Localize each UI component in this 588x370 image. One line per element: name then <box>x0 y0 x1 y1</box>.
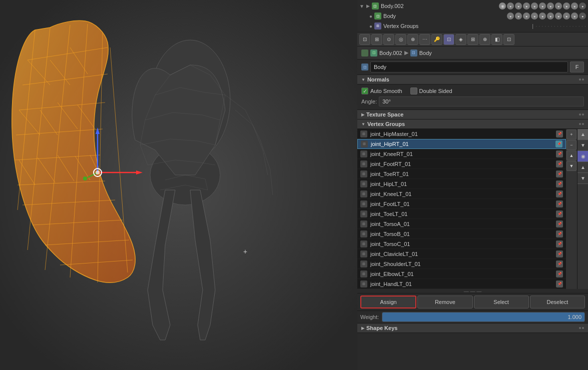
main-toolbar: ⊡ ⊞ ⊙ ◎ ⊕ ⋯ 🔑 ⊡ ◈ ⊞ ⊕ ◧ ⊡ <box>357 32 588 46</box>
angle-input[interactable]: 30° <box>379 96 584 106</box>
vg-pin-icon: 📌 <box>556 250 563 258</box>
f-button[interactable]: F <box>570 62 584 72</box>
vg-item[interactable]: ⊞ joint_FootRT_01 📌 <box>357 159 566 169</box>
vg-side-buttons: + − ▲ ▼ <box>566 129 577 289</box>
weight-slider-fill <box>382 312 584 322</box>
auto-smooth-checkbox[interactable]: ✓ <box>361 88 368 94</box>
vg-pin-icon: 📌 <box>556 160 563 168</box>
toolbar-btn-2[interactable]: ⊙ <box>383 34 394 45</box>
rs-btn-5[interactable]: ▼ <box>577 173 588 184</box>
weight-slider[interactable]: 1.000 <box>382 312 585 322</box>
svg-point-38 <box>96 170 100 174</box>
vg-item-name: joint_TorsoA_01 <box>370 221 554 227</box>
vg-remove-btn[interactable]: − <box>566 140 576 150</box>
remove-button[interactable]: Remove <box>417 296 472 308</box>
vg-item[interactable]: ⊞ joint_HipRT_01 📌 <box>357 139 566 149</box>
rs-btn-1[interactable]: ▲ <box>577 129 588 140</box>
crosshair-symbol: + <box>243 248 247 256</box>
toolbar-btn-8[interactable]: ◈ <box>455 34 466 45</box>
vg-item[interactable]: ⊞ joint_TorsoA_01 📌 <box>357 219 566 229</box>
vg-item-icon: ⊞ <box>360 200 367 208</box>
vg-item[interactable]: ⊞ joint_HipLT_01 📌 <box>357 179 566 189</box>
vg-item[interactable]: ⊞ joint_FootLT_01 📌 <box>357 199 566 209</box>
viewport[interactable]: + <box>0 0 357 370</box>
vg-item[interactable]: ⊞ joint_ShoulderLT_01 📌 <box>357 259 566 269</box>
select-button[interactable]: Select <box>474 296 529 308</box>
rs-btn-3[interactable]: ◉ <box>577 151 588 162</box>
deselect-button[interactable]: Deselect <box>530 296 585 308</box>
outliner-body-row[interactable]: ● ⊡ Body ● ● ● ● ● ● ● ● ● ● <box>357 11 588 21</box>
toolbar-btn-9[interactable]: ⊞ <box>467 34 478 45</box>
vg-item-icon: ⊞ <box>360 280 367 288</box>
weight-row: Weight: 1.000 <box>357 310 588 323</box>
right-panel: ▼ ▶ ⊡ Body.002 ◉ ● ● ● ● ● ● ● ● ● ● ● ⊡… <box>357 0 588 370</box>
vg-title: Vertex Groups <box>367 121 405 127</box>
normals-checkbox-row: ✓ Auto Smooth Double Sided <box>361 88 584 94</box>
vg-pin-icon: 📌 <box>556 230 563 238</box>
toolbar-btn-11[interactable]: ◧ <box>491 34 502 45</box>
vg-item[interactable]: ⊞ joint_TorsoB_01 📌 <box>357 229 566 239</box>
toolbar-btn-4[interactable]: ⊕ <box>407 34 418 45</box>
vg-item[interactable]: ⊞ joint_HandLT_01 📌 <box>357 279 566 289</box>
assign-button[interactable]: Assign <box>360 296 416 308</box>
breadcrumb: ⊡ Body.002 ▶ ⊡ Body <box>357 46 588 60</box>
toolbar-mode-btn[interactable]: ⊡ <box>359 34 370 45</box>
toolbar-btn-6[interactable]: 🔑 <box>431 34 442 45</box>
visibility-icon: ▼ <box>359 4 364 9</box>
outliner-body-name: Body <box>383 13 507 19</box>
outliner-sub-icons: ● ● ● ● ● ● ● ● ● ● <box>507 12 586 20</box>
vg-item[interactable]: ⊞ joint_ToeRT_01 📌 <box>357 169 566 179</box>
vg-item[interactable]: ⊞ joint_ElbowLT_01 📌 <box>357 269 566 279</box>
toolbar-btn-5[interactable]: ⋯ <box>419 34 430 45</box>
outliner-body002-row[interactable]: ▼ ▶ ⊡ Body.002 ◉ ● ● ● ● ● ● ● ● ● ● <box>357 1 588 11</box>
rs-btn-4[interactable]: ▲ <box>577 162 588 173</box>
vg-item-name: joint_ToeRT_01 <box>370 171 554 177</box>
vg-item[interactable]: ⊞ joint_ToeLT_01 📌 <box>357 209 566 219</box>
toolbar-btn-10[interactable]: ⊕ <box>479 34 490 45</box>
vg-pin-icon: 📌 <box>556 210 563 218</box>
shape-keys-header[interactable]: ▶ Shape Keys <box>357 324 588 333</box>
vg-add-btn[interactable]: + <box>566 130 576 140</box>
texture-space-title: Texture Space <box>366 112 403 118</box>
action-buttons: Assign Remove Select Deselect <box>357 293 588 310</box>
texture-space-header[interactable]: ▶ Texture Space <box>357 110 588 120</box>
vg-item-icon: ⊞ <box>360 210 367 218</box>
vg-pin-icon: 📌 <box>556 180 563 188</box>
double-sided-checkbox[interactable] <box>410 88 417 94</box>
vg-item[interactable]: ⊞ joint_ClavicleLT_01 📌 <box>357 249 566 259</box>
rs-btn-2[interactable]: ▼ <box>577 140 588 151</box>
vg-item[interactable]: ⊞ joint_HipMaster_01 📌 <box>357 129 566 139</box>
vg-item-icon: ⊞ <box>360 170 367 178</box>
vertex-groups-header[interactable]: ▼ Vertex Groups <box>357 120 588 129</box>
weight-value: 1.000 <box>567 314 581 320</box>
toolbar-btn-1[interactable]: ⊞ <box>371 34 382 45</box>
vg-pin-icon: 📌 <box>556 130 563 138</box>
outliner-object-name: Body.002 <box>381 3 499 9</box>
vg-item[interactable]: ⊞ joint_TorsoC_01 📌 <box>357 239 566 249</box>
vg-item-icon: ⊞ <box>360 270 367 278</box>
body002-icon: ⊡ <box>370 50 377 56</box>
object-name-input[interactable] <box>370 62 568 72</box>
vg-list[interactable]: ⊞ joint_HipMaster_01 📌 ⊞ joint_HipRT_01 … <box>357 129 566 289</box>
toolbar-btn-12[interactable]: ⊡ <box>503 34 514 45</box>
toolbar-btn-7[interactable]: ⊡ <box>443 34 454 45</box>
angle-label: Angle: <box>361 98 377 104</box>
vg-pin-icon: 📌 <box>556 240 563 248</box>
svg-point-36 <box>83 176 87 180</box>
object-name-row: ⊡ F <box>357 60 588 75</box>
mesh-icon: ⊡ <box>372 2 379 10</box>
vg-item-name: joint_ElbowLT_01 <box>370 271 554 277</box>
vg-item[interactable]: ⊞ joint_KneeRT_01 📌 <box>357 149 566 159</box>
vg-item-icon: ⊞ <box>360 260 367 268</box>
vg-up-btn[interactable]: ▲ <box>566 150 576 160</box>
vg-item-icon: ⊞ <box>360 220 367 228</box>
vg-down-btn[interactable]: ▼ <box>566 161 576 171</box>
vg-list-area: ⊞ joint_HipMaster_01 📌 ⊞ joint_HipRT_01 … <box>357 129 588 289</box>
vg-pin-icon: 📌 <box>556 150 563 158</box>
vg-item-icon: ⊞ <box>361 140 368 148</box>
vg-pin-icon: 📌 <box>556 220 563 228</box>
outliner-vg-row[interactable]: ● ⊞ Vertex Groups | · · · · · · · · · · … <box>357 21 588 31</box>
vg-item[interactable]: ⊞ joint_KneeLT_01 📌 <box>357 189 566 199</box>
normals-section-header[interactable]: ▼ Normals <box>357 75 588 84</box>
toolbar-btn-3[interactable]: ◎ <box>395 34 406 45</box>
